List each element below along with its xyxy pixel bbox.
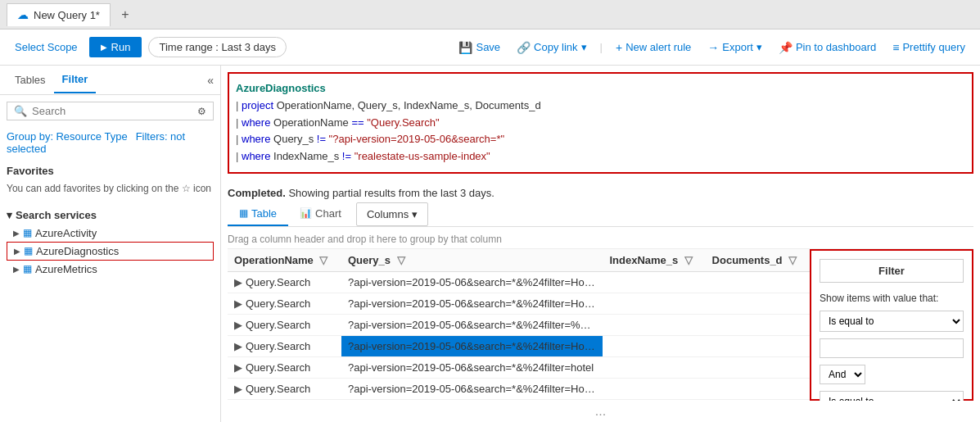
run-button[interactable]: ▶ Run — [89, 37, 142, 57]
table-filter-container: OperationName ▽ Query_s ▽ IndexName_s ▽ — [228, 249, 973, 401]
tab-chart[interactable]: 📊 Chart — [288, 202, 353, 226]
cell-indexnames — [603, 378, 705, 399]
filter-value1-input[interactable] — [820, 338, 964, 358]
filter-panel-title[interactable]: Filter — [820, 259, 964, 283]
more-options[interactable]: ... — [221, 401, 980, 422]
tab-tables[interactable]: Tables — [7, 67, 54, 93]
results-area: Completed. Showing partial results from … — [221, 180, 980, 401]
cell-indexnames — [603, 356, 705, 378]
collapse-button[interactable]: « — [207, 74, 214, 87]
query-str1: "Query.Search" — [364, 116, 440, 129]
tree-item-azure-diagnostics[interactable]: ▶ ▦ AzureDiagnostics — [7, 242, 214, 261]
new-alert-label: New alert rule — [625, 41, 691, 53]
filter-funnel-icon-4[interactable]: ▽ — [788, 254, 797, 266]
separator: | — [600, 41, 603, 53]
columns-button[interactable]: Columns ▾ — [356, 202, 428, 226]
cell-operationname: ▶Query.Search — [228, 378, 341, 399]
pin-label: Pin to dashboard — [796, 41, 876, 53]
row-expand-icon[interactable]: ▶ — [234, 383, 242, 395]
filter-condition2-select[interactable]: Is equal to Is not equal to Contains Doe… — [820, 391, 964, 401]
tree-item-label: AzureActivity — [35, 227, 97, 239]
filter-funnel-icon-3[interactable]: ▽ — [684, 254, 693, 266]
group-by-row: Group by: Resource Type Filters: not sel… — [0, 127, 220, 158]
query-tab[interactable]: ☁ New Query 1* — [7, 3, 111, 26]
filter-condition1-select[interactable]: Is equal to Is not equal to Contains Doe… — [820, 311, 964, 332]
table-icon: ▦ — [24, 245, 33, 256]
query-pipe-4: | — [236, 150, 242, 162]
query-keyword-where1: where — [242, 116, 270, 129]
tree-item-azure-activity[interactable]: ▶ ▦ AzureActivity — [7, 225, 214, 242]
search-services-title[interactable]: ▾ Search services — [7, 209, 214, 221]
time-range-button[interactable]: Time range : Last 3 days — [148, 37, 287, 57]
row-expand-icon[interactable]: ▶ — [234, 297, 242, 310]
cell-querys: ?api-version=2019-05-06&search=*&%24filt… — [341, 378, 603, 399]
row-expand-icon[interactable]: ▶ — [234, 319, 242, 331]
query-where1-field: OperationName — [270, 116, 351, 129]
save-label: Save — [476, 41, 500, 53]
chevron-down-icon: ▾ — [581, 41, 587, 53]
query-keyword-where2: where — [242, 133, 270, 145]
tab-label: New Query 1* — [34, 9, 100, 21]
cell-operationname: ▶Query.Search — [228, 293, 341, 314]
save-button[interactable]: 💾 Save — [454, 38, 505, 57]
row-expand-icon[interactable]: ▶ — [234, 361, 242, 374]
th-indexnames: IndexName_s ▽ — [603, 249, 705, 272]
filter-funnel-icon-1[interactable]: ▽ — [319, 254, 327, 266]
table-tab-label: Table — [251, 207, 277, 220]
run-label: Run — [111, 41, 131, 53]
copy-link-label: Copy link — [534, 41, 577, 53]
prettify-button[interactable]: ≡ Prettify query — [887, 38, 970, 57]
expand-icon: ▶ — [13, 265, 20, 274]
pin-icon: 📌 — [779, 41, 793, 54]
filter-icon[interactable]: ⚙ — [197, 106, 206, 117]
table-row: ▶Query.Search?api-version=2019-05-06&sea… — [228, 314, 810, 335]
tree-item-azure-metrics[interactable]: ▶ ▦ AzureMetrics — [7, 261, 214, 278]
tab-table[interactable]: ▦ Table — [228, 202, 288, 226]
pin-dashboard-button[interactable]: 📌 Pin to dashboard — [774, 38, 881, 57]
status-partial: Showing partial results from the last 3 … — [288, 187, 494, 199]
cell-operationname: ▶Query.Search — [228, 271, 341, 293]
tab-filter[interactable]: Filter — [54, 66, 97, 93]
th-querys: Query_s ▽ — [341, 249, 603, 272]
search-input[interactable] — [32, 105, 192, 117]
right-panel: AzureDiagnostics | project OperationName… — [221, 66, 980, 422]
th-documentsd: Documents_d ▽ — [706, 249, 810, 272]
left-panel: Tables Filter « 🔍 ⚙ Group by: Resource T… — [0, 66, 221, 422]
cell-documentsd — [706, 335, 810, 356]
filter-funnel-icon-2[interactable]: ▽ — [397, 254, 405, 266]
cell-documentsd — [706, 356, 810, 378]
copy-link-button[interactable]: 🔗 Copy link ▾ — [512, 38, 591, 57]
filter-logical-select[interactable]: And Or — [820, 365, 865, 384]
select-scope-button[interactable]: Select Scope — [10, 38, 83, 57]
cell-indexnames — [603, 335, 705, 356]
cell-querys: ?api-version=2019-05-06&search=*&%24filt… — [341, 335, 603, 356]
favorites-section: Favorites You can add favorites by click… — [7, 165, 214, 196]
query-op2: != — [317, 133, 326, 145]
query-editor[interactable]: AzureDiagnostics | project OperationName… — [228, 72, 973, 174]
table-row: ▶Query.Search?api-version=2019-05-06&sea… — [228, 335, 810, 356]
query-where3-field: IndexName_s — [270, 150, 341, 162]
main-layout: Tables Filter « 🔍 ⚙ Group by: Resource T… — [0, 66, 980, 422]
export-button[interactable]: → Export ▾ — [702, 38, 767, 57]
link-icon: 🔗 — [517, 41, 531, 54]
chart-tab-icon: 📊 — [300, 207, 312, 219]
query-table-name: AzureDiagnostics — [236, 82, 326, 94]
export-icon: → — [707, 41, 719, 54]
table-header-row: OperationName ▽ Query_s ▽ IndexName_s ▽ — [228, 249, 810, 272]
new-alert-button[interactable]: + New alert rule — [611, 38, 696, 57]
row-expand-icon[interactable]: ▶ — [234, 340, 242, 352]
table-body: ▶Query.Search?api-version=2019-05-06&sea… — [228, 271, 810, 399]
query-project-fields: OperationName, Query_s, IndexName_s, Doc… — [273, 99, 541, 111]
data-table: OperationName ▽ Query_s ▽ IndexName_s ▽ — [228, 249, 810, 400]
left-content: Favorites You can add favorites by click… — [0, 158, 220, 422]
cell-querys: ?api-version=2019-05-06&search=*&%24filt… — [341, 356, 603, 378]
tree-item-label: AzureMetrics — [35, 263, 97, 275]
search-box: 🔍 ⚙ — [7, 102, 214, 120]
cell-documentsd — [706, 271, 810, 293]
group-by-label: Group by: — [7, 130, 53, 143]
tab-bar: ☁ New Query 1* + — [0, 0, 980, 29]
group-by-value[interactable]: Resource Type — [56, 130, 127, 143]
add-tab-button[interactable]: + — [114, 3, 137, 26]
row-expand-icon[interactable]: ▶ — [234, 276, 242, 288]
play-icon: ▶ — [101, 43, 107, 52]
